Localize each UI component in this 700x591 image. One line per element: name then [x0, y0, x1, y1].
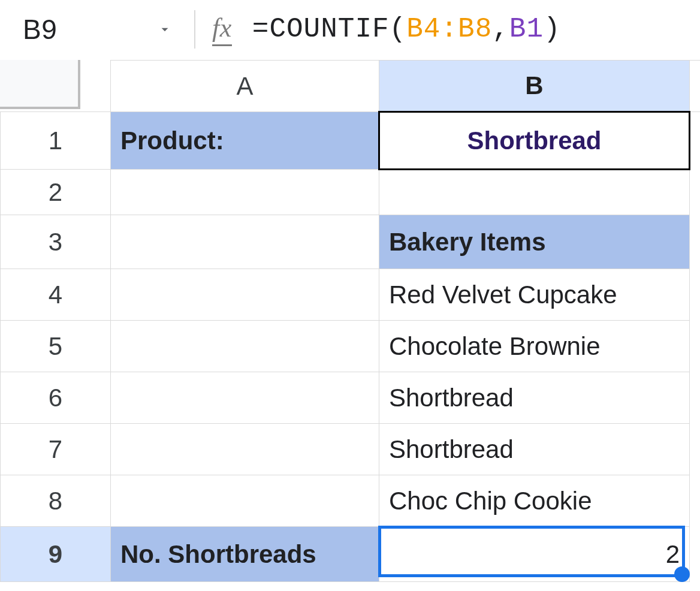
- row-header-3[interactable]: 3: [1, 215, 111, 269]
- cell-A5[interactable]: [111, 321, 379, 372]
- cell-A3[interactable]: [111, 215, 379, 269]
- row-header-2[interactable]: 2: [1, 170, 111, 215]
- fx-icon: fx: [212, 13, 232, 46]
- cell-A1[interactable]: Product:: [111, 112, 379, 170]
- row-header-4[interactable]: 4: [1, 269, 111, 321]
- row-7: 7 Shortbread: [1, 424, 701, 475]
- row-header-8[interactable]: 8: [1, 475, 111, 527]
- row-2: 2: [1, 170, 701, 215]
- formula-bar-divider: [194, 10, 195, 49]
- row-4: 4 Red Velvet Cupcake: [1, 269, 701, 321]
- cell-B4[interactable]: Red Velvet Cupcake: [379, 269, 690, 321]
- row-8: 8 Choc Chip Cookie: [1, 475, 701, 527]
- row-header-1[interactable]: 1: [1, 112, 111, 170]
- cell-B8[interactable]: Choc Chip Cookie: [379, 475, 690, 527]
- formula-bar: B9 fx =COUNTIF(B4:B8,B1): [0, 0, 700, 60]
- select-all-corner[interactable]: [0, 60, 80, 109]
- sheet-table: A B 1 Product: Shortbread 2 3 Bakery Ite…: [0, 60, 700, 582]
- col-header-B[interactable]: B: [379, 61, 690, 112]
- row-6: 6 Shortbread: [1, 372, 701, 424]
- formula-input[interactable]: =COUNTIF(B4:B8,B1): [252, 14, 561, 45]
- cell-A6[interactable]: [111, 372, 379, 424]
- name-box-ref: B9: [23, 13, 57, 46]
- row-header-6[interactable]: 6: [1, 372, 111, 424]
- cell-B6[interactable]: Shortbread: [379, 372, 690, 424]
- name-box-dropdown-icon[interactable]: [157, 22, 173, 37]
- col-header-A[interactable]: A: [111, 61, 379, 112]
- cell-A9[interactable]: No. Shortbreads: [111, 527, 379, 582]
- cell-B9[interactable]: 2: [379, 527, 690, 582]
- cell-A8[interactable]: [111, 475, 379, 527]
- edge: [690, 112, 701, 170]
- row-header-7[interactable]: 7: [1, 424, 111, 475]
- row-5: 5 Chocolate Brownie: [1, 321, 701, 372]
- column-headers: A B: [1, 61, 701, 112]
- cell-B2[interactable]: [379, 170, 690, 215]
- col-edge: [690, 61, 701, 112]
- cell-A2[interactable]: [111, 170, 379, 215]
- row-9: 9 No. Shortbreads 2: [1, 527, 701, 582]
- spreadsheet-viewport: B9 fx =COUNTIF(B4:B8,B1) A B 1 Product:: [0, 0, 700, 591]
- row-1: 1 Product: Shortbread: [1, 112, 701, 170]
- cell-B7[interactable]: Shortbread: [379, 424, 690, 475]
- cell-A7[interactable]: [111, 424, 379, 475]
- cell-B3[interactable]: Bakery Items: [379, 215, 690, 269]
- row-header-5[interactable]: 5: [1, 321, 111, 372]
- name-box[interactable]: B9: [23, 13, 191, 46]
- grid: A B 1 Product: Shortbread 2 3 Bakery Ite…: [0, 60, 700, 582]
- cell-A4[interactable]: [111, 269, 379, 321]
- row-header-9[interactable]: 9: [1, 527, 111, 582]
- cell-B5[interactable]: Chocolate Brownie: [379, 321, 690, 372]
- cell-B1[interactable]: Shortbread: [379, 112, 690, 170]
- row-3: 3 Bakery Items: [1, 215, 701, 269]
